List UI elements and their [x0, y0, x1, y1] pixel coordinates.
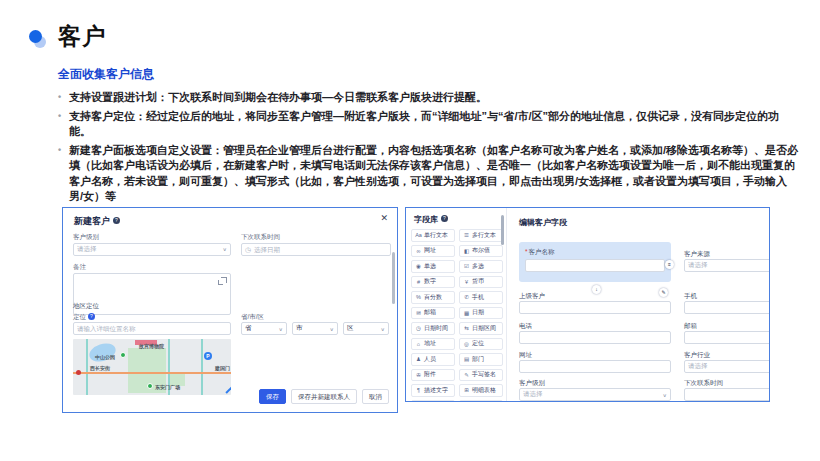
- map-resize-handle[interactable]: [225, 387, 231, 394]
- field-library-sidebar: 字段库? Aa 单行文本 ☰ 多行文本 ∞ 网址 ◧ 布尔值: [406, 208, 507, 401]
- info-icon: ?: [88, 313, 95, 320]
- field-type-item[interactable]: ⊞ 明细表格: [459, 384, 503, 397]
- parent-customer-input[interactable]: [519, 301, 671, 314]
- field-type-item[interactable]: ✉ 邮箱: [411, 307, 455, 320]
- customer-name-input[interactable]: [525, 259, 665, 272]
- region-label: 省/市/区: [241, 313, 264, 321]
- location-input[interactable]: [73, 322, 231, 335]
- district-select[interactable]: 区∨: [343, 322, 389, 335]
- phone-input[interactable]: [519, 331, 671, 344]
- field-type-icon: ✎: [463, 372, 470, 378]
- next-contact-label: 下次联系时间: [241, 233, 280, 241]
- level-select[interactable]: 请选择 ∨: [519, 388, 671, 401]
- field-type-icon: ☰: [463, 232, 470, 238]
- field-type-item[interactable]: ◧ 布尔值: [459, 245, 503, 258]
- parent-customer-label: 上级客户: [519, 292, 545, 301]
- sidebar-scrollbar[interactable]: [501, 215, 504, 245]
- map-dot-icon: [76, 370, 81, 375]
- modal-scrollbar[interactable]: [392, 252, 395, 304]
- field-type-label: 邮箱: [424, 308, 436, 317]
- field-type-item-partial[interactable]: [411, 400, 455, 402]
- field-type-icon: ¶: [415, 387, 422, 393]
- field-type-label: 手写签名: [472, 370, 496, 379]
- save-button[interactable]: 保存: [259, 389, 286, 404]
- field-type-item-partial[interactable]: [459, 400, 503, 402]
- map[interactable]: 故宫博物院 中山公园 西长安街 建国门 P 东安门广场: [73, 339, 231, 395]
- customer-source-select[interactable]: 请选择: [684, 259, 770, 272]
- brand-dot-icon: [27, 28, 49, 50]
- field-type-item[interactable]: ✆ 手机: [459, 291, 503, 304]
- customer-source-label: 客户来源: [684, 250, 710, 259]
- parking-marker-icon: P: [204, 352, 212, 360]
- close-icon[interactable]: ✕: [380, 213, 388, 223]
- next-contact-label: 下次联系时间: [684, 379, 723, 388]
- field-type-item[interactable]: ¥ 货币: [459, 276, 503, 289]
- help-icon: ?: [113, 217, 120, 224]
- field-type-item[interactable]: ◉ 单选: [411, 260, 455, 273]
- field-type-item[interactable]: ◷ 日期时间: [411, 322, 455, 335]
- remark-label: 备注: [73, 263, 86, 271]
- field-type-item[interactable]: ⌂ 地址: [411, 338, 455, 351]
- drag-handle-icon[interactable]: ≡: [665, 260, 674, 269]
- save-and-new-contact-button[interactable]: 保存并新建联系人: [291, 389, 357, 404]
- chevron-down-icon: ∨: [663, 392, 667, 398]
- field-type-icon: ¥: [463, 279, 470, 285]
- field-type-item[interactable]: Aa 单行文本: [411, 229, 455, 242]
- chevron-down-icon: ∨: [381, 326, 385, 332]
- field-type-icon: ∞: [415, 248, 422, 254]
- customer-level-label: 客户级别: [73, 233, 99, 241]
- help-icon: ?: [441, 215, 448, 222]
- customer-level-select[interactable]: 请选择 ∨: [73, 243, 231, 256]
- field-type-label: 日期: [472, 308, 484, 317]
- map-lake: [87, 340, 118, 365]
- move-down-icon[interactable]: ↓: [592, 285, 601, 294]
- province-select[interactable]: 省∨: [241, 322, 287, 335]
- field-type-item[interactable]: ☰ 多行文本: [459, 229, 503, 242]
- field-type-item[interactable]: ☑ 多选: [459, 260, 503, 273]
- email-label: 邮箱: [684, 322, 697, 331]
- field-type-label: 附件: [424, 370, 436, 379]
- edit-pencil-icon[interactable]: ✎: [659, 288, 668, 297]
- map-pin-icon: [120, 352, 126, 358]
- field-type-label: 部门: [472, 355, 484, 364]
- modal-footer: 保存 保存并新建联系人 取消: [259, 389, 389, 404]
- field-type-item[interactable]: ♟ 人员: [411, 353, 455, 366]
- map-label-plaza: 东安门广场: [155, 384, 180, 390]
- next-contact-input[interactable]: [684, 388, 770, 401]
- field-type-label: 单行文本: [424, 231, 448, 240]
- field-type-label: 地址: [424, 339, 436, 348]
- field-type-item[interactable]: % 百分数: [411, 291, 455, 304]
- new-customer-modal: 新建客户? ✕ 客户级别 请选择 ∨ 下次联系时间 ◷ 选择日期 备注 地区定位…: [62, 207, 398, 413]
- mobile-input[interactable]: [684, 301, 770, 314]
- field-type-item[interactable]: ✇ 附件: [411, 369, 455, 382]
- field-type-item[interactable]: ∞ 网址: [411, 245, 455, 258]
- email-input[interactable]: [684, 331, 770, 344]
- field-type-item[interactable]: ✎ 手写签名: [459, 369, 503, 382]
- field-type-label: 百分数: [424, 293, 442, 302]
- industry-select[interactable]: 请选择: [684, 360, 770, 373]
- field-type-icon: ♟: [415, 356, 422, 362]
- field-type-icon: ▦: [463, 310, 470, 316]
- expand-icon[interactable]: [221, 277, 227, 283]
- field-type-label: 布尔值: [472, 246, 490, 255]
- field-type-icon: #: [415, 279, 422, 285]
- field-library-title: 字段库?: [414, 214, 448, 225]
- field-type-item[interactable]: # 数字: [411, 276, 455, 289]
- chevron-down-icon: ∨: [223, 247, 227, 253]
- field-type-grid: Aa 单行文本 ☰ 多行文本 ∞ 网址 ◧ 布尔值 ◉ 单选: [411, 229, 503, 397]
- field-type-item[interactable]: ◎ 定位: [459, 338, 503, 351]
- field-type-label: 单选: [424, 262, 436, 271]
- field-type-item[interactable]: ▦ 日期: [459, 307, 503, 320]
- field-type-icon: %: [415, 294, 422, 300]
- cancel-button[interactable]: 取消: [362, 389, 389, 404]
- next-contact-date-input[interactable]: ◷ 选择日期: [241, 243, 391, 256]
- section-subtitle: 全面收集客户信息: [58, 66, 154, 83]
- field-type-icon: ✉: [415, 310, 422, 316]
- city-select[interactable]: 市∨: [292, 322, 338, 335]
- field-type-item[interactable]: ⇆ 日期区间: [459, 322, 503, 335]
- field-type-item[interactable]: ¶ 描述文字: [411, 384, 455, 397]
- map-label-road-right: 建国门: [215, 365, 230, 371]
- field-type-label: 日期时间: [424, 324, 448, 333]
- website-input[interactable]: [519, 360, 671, 373]
- field-type-item[interactable]: ▤ 部门: [459, 353, 503, 366]
